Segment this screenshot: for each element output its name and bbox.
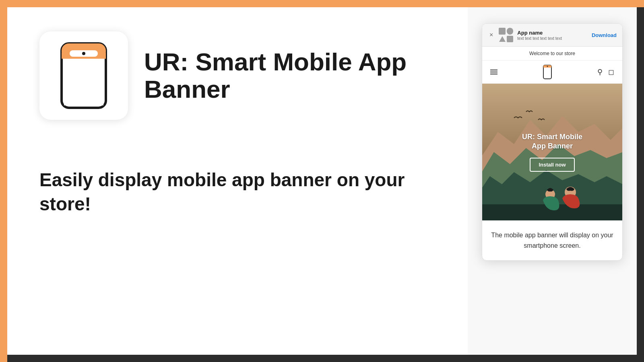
phone-mockup: × App name text text text text text text [482,23,623,261]
hamburger-line-1 [490,70,497,70]
hero-overlay: UR: Smart Mobile App Banner Install now [517,132,587,172]
main-content: UR: Smart Mobile App Banner Easily displ… [7,7,637,355]
logo-rect [507,36,514,43]
svg-rect-5 [64,59,103,105]
close-button[interactable]: × [488,31,495,39]
hamburger-menu[interactable] [490,70,497,74]
app-name: App name [517,30,588,36]
left-orange-bar [0,0,7,362]
tagline: Easily display mobile app banner on your… [39,168,444,216]
phone-icon [58,41,110,110]
hero-title: UR: Smart Mobile App Banner [517,132,587,151]
hero-banner: UR: Smart Mobile App Banner Install now [482,84,622,220]
top-orange-bar [0,0,644,7]
outer-frame: UR: Smart Mobile App Banner Easily displ… [0,0,644,362]
app-desc: text text text text text text [517,36,588,41]
app-title: UR: Smart Mobile App Banner [144,48,444,103]
left-panel: UR: Smart Mobile App Banner Easily displ… [7,7,468,355]
logo-triangle [499,36,506,42]
app-icon-section: UR: Smart Mobile App Banner [39,31,444,120]
nav-phone-icon [543,65,552,79]
bottom-dark-bar [0,355,644,362]
app-info: App name text text text text text text [517,30,588,41]
app-icon-box [39,31,128,120]
cart-icon[interactable]: ◻ [608,68,614,76]
download-button[interactable]: Download [592,32,617,38]
store-nav: ⚲ ◻ [482,61,622,84]
logo-square [499,28,506,35]
right-panel: × App name text text text text text text [468,7,637,355]
search-icon[interactable]: ⚲ [597,68,603,76]
svg-point-10 [547,66,548,67]
hamburger-line-2 [490,72,497,72]
app-logo-grid [499,28,513,42]
svg-point-4 [82,52,85,55]
app-banner-notification: × App name text text text text text text [482,24,622,47]
install-now-button[interactable]: Install now [530,158,574,172]
logo-circle [507,28,514,35]
store-description: The mobile app banner will display on yo… [482,220,622,260]
store-welcome: Welcome to our store [482,47,622,61]
hamburger-line-3 [490,74,497,74]
